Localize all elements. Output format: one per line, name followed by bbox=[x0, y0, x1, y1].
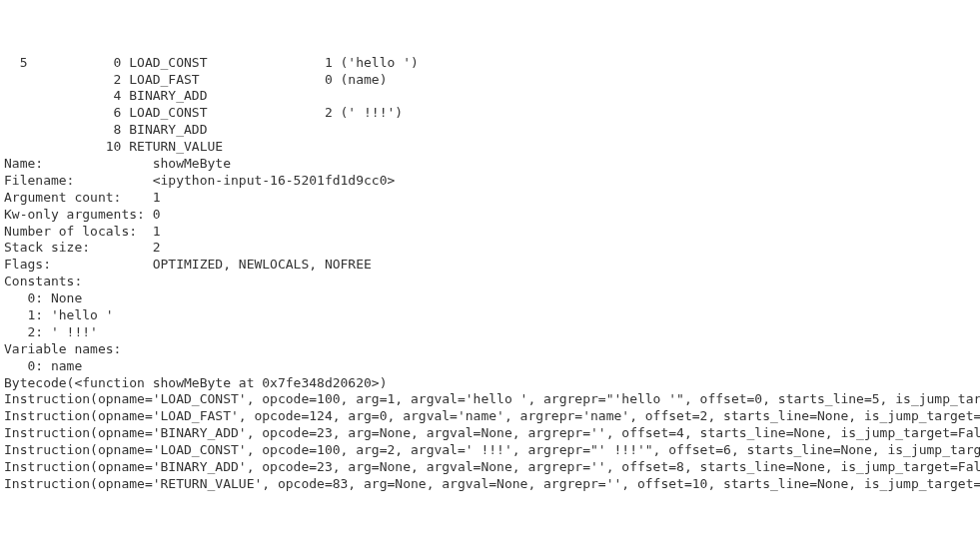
terminal-output: 5 0 LOAD_CONST 1 ('hello ') 2 LOAD_FAST … bbox=[4, 55, 976, 493]
